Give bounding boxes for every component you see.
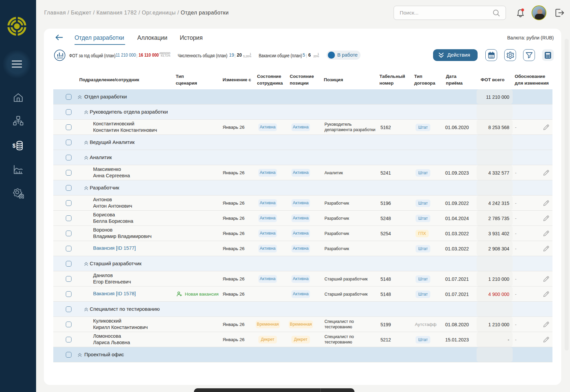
svg-text:$: $ — [12, 143, 16, 149]
